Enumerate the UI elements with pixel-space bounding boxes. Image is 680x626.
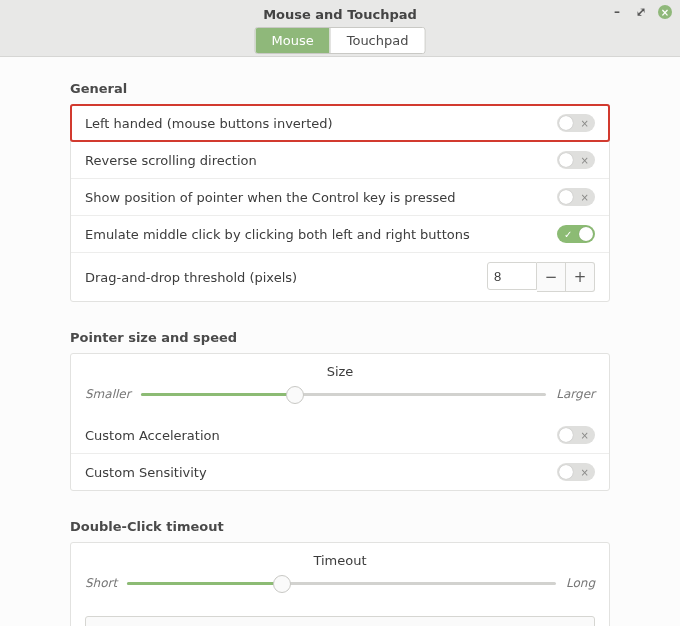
toggle-off-mark-icon: ×	[581, 430, 589, 441]
pointer-size-block: Size Smaller Larger	[71, 354, 609, 417]
section-header-pointer: Pointer size and speed	[70, 330, 610, 345]
tab-mouse[interactable]: Mouse	[256, 28, 330, 53]
pointer-size-title: Size	[85, 364, 595, 379]
doubleclick-max-label: Long	[566, 576, 595, 590]
tab-switcher: Mouse Touchpad	[255, 27, 426, 54]
toggle-emulate-middle[interactable]: ✓	[557, 225, 595, 243]
maximize-button[interactable]: ⤢	[634, 5, 648, 19]
doubleclick-min-label: Short	[85, 576, 117, 590]
toggle-off-mark-icon: ×	[581, 118, 589, 129]
toggle-knob	[559, 428, 573, 442]
label-custom-sens: Custom Sensitivity	[85, 465, 557, 480]
section-header-doubleclick: Double-Click timeout	[70, 519, 610, 534]
toggle-knob	[559, 465, 573, 479]
label-left-handed: Left handed (mouse buttons inverted)	[85, 116, 557, 131]
toggle-custom-sens[interactable]: ×	[557, 463, 595, 481]
minimize-button[interactable]: –	[610, 5, 624, 19]
label-custom-accel: Custom Acceleration	[85, 428, 557, 443]
pointer-size-min-label: Smaller	[85, 387, 131, 401]
slider-fill	[127, 582, 281, 585]
pointer-size-row: Smaller Larger	[85, 385, 595, 403]
toggle-on-mark-icon: ✓	[564, 229, 572, 240]
toggle-left-handed[interactable]: ×	[557, 114, 595, 132]
doubleclick-test-wrap: Double-click test	[71, 606, 609, 626]
slider-fill	[141, 393, 295, 396]
row-left-handed: Left handed (mouse buttons inverted) ×	[71, 105, 609, 141]
titlebar: Mouse and Touchpad – ⤢ × Mouse Touchpad	[0, 0, 680, 57]
dnd-threshold-input[interactable]	[487, 262, 537, 290]
doubleclick-timeout-slider[interactable]	[127, 574, 556, 592]
toggle-show-position[interactable]: ×	[557, 188, 595, 206]
label-reverse-scroll: Reverse scrolling direction	[85, 153, 557, 168]
toggle-reverse-scroll[interactable]: ×	[557, 151, 595, 169]
pointer-card: Size Smaller Larger Custom Acceleration …	[70, 353, 610, 491]
slider-thumb[interactable]	[286, 386, 304, 404]
dnd-threshold-stepper: − +	[487, 262, 595, 292]
row-custom-sens: Custom Sensitivity ×	[71, 453, 609, 490]
toggle-off-mark-icon: ×	[581, 155, 589, 166]
doubleclick-timeout-block: Timeout Short Long	[71, 543, 609, 606]
label-show-position: Show position of pointer when the Contro…	[85, 190, 557, 205]
doubleclick-test-button[interactable]: Double-click test	[85, 616, 595, 626]
stepper-plus-button[interactable]: +	[566, 262, 595, 292]
row-show-position: Show position of pointer when the Contro…	[71, 178, 609, 215]
doubleclick-card: Timeout Short Long Double-click test	[70, 542, 610, 626]
toggle-off-mark-icon: ×	[581, 467, 589, 478]
pointer-size-max-label: Larger	[556, 387, 595, 401]
toggle-knob	[559, 190, 573, 204]
row-dnd-threshold: Drag-and-drop threshold (pixels) − +	[71, 252, 609, 301]
row-custom-accel: Custom Acceleration ×	[71, 417, 609, 453]
stepper-minus-button[interactable]: −	[537, 262, 566, 292]
row-reverse-scroll: Reverse scrolling direction ×	[71, 141, 609, 178]
toggle-knob	[579, 227, 593, 241]
toggle-off-mark-icon: ×	[581, 192, 589, 203]
section-header-general: General	[70, 81, 610, 96]
row-emulate-middle: Emulate middle click by clicking both le…	[71, 215, 609, 252]
slider-thumb[interactable]	[273, 575, 291, 593]
settings-window: Mouse and Touchpad – ⤢ × Mouse Touchpad …	[0, 0, 680, 626]
close-button[interactable]: ×	[658, 5, 672, 19]
tab-touchpad[interactable]: Touchpad	[330, 28, 425, 53]
window-controls: – ⤢ ×	[610, 5, 672, 19]
toggle-knob	[559, 153, 573, 167]
window-title: Mouse and Touchpad	[0, 7, 680, 22]
general-card: Left handed (mouse buttons inverted) × R…	[70, 104, 610, 302]
doubleclick-timeout-row: Short Long	[85, 574, 595, 592]
doubleclick-timeout-title: Timeout	[85, 553, 595, 568]
toggle-custom-accel[interactable]: ×	[557, 426, 595, 444]
toggle-knob	[559, 116, 573, 130]
label-emulate-middle: Emulate middle click by clicking both le…	[85, 227, 557, 242]
label-dnd-threshold: Drag-and-drop threshold (pixels)	[85, 270, 487, 285]
pointer-size-slider[interactable]	[141, 385, 547, 403]
content-area: General Left handed (mouse buttons inver…	[0, 57, 680, 626]
